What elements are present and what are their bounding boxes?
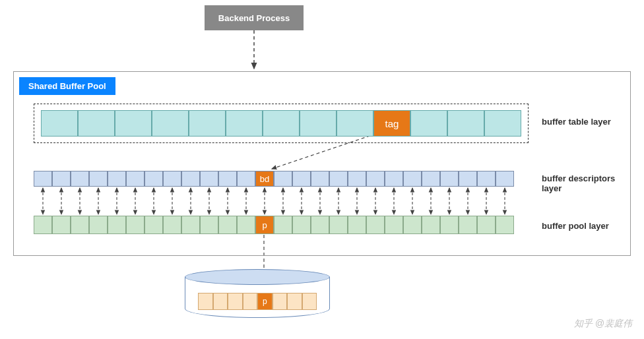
buffer-descriptors-row: bd <box>34 171 514 187</box>
pcell-cell <box>200 216 218 234</box>
dcell-cell <box>385 171 403 187</box>
shared-buffer-pool-container: Shared Buffer Pool tag buffer table laye… <box>13 71 631 256</box>
dcell-cell <box>34 171 52 187</box>
dcell-cell <box>274 171 292 187</box>
dcell-cell <box>200 171 218 187</box>
tcell-cell <box>152 110 189 137</box>
pcell-cell <box>366 216 385 234</box>
buffer-pool-row: p <box>34 216 514 234</box>
pcell-cell <box>440 216 459 234</box>
dcell-cell <box>496 171 514 187</box>
tcell-cell <box>337 110 373 137</box>
tcell-cell <box>189 110 226 137</box>
disk-top <box>185 269 330 285</box>
backend-process-box: Backend Process <box>205 5 304 30</box>
dcell-cell <box>366 171 385 187</box>
p-cell: p <box>257 293 273 310</box>
diskcell-cell <box>198 293 213 310</box>
tcell-cell <box>78 110 115 137</box>
pcell-cell <box>311 216 329 234</box>
dcell-cell <box>52 171 71 187</box>
dcell-cell <box>311 171 329 187</box>
diskcell-cell <box>243 293 258 310</box>
pcell-cell <box>477 216 496 234</box>
pcell-cell <box>108 216 126 234</box>
dcell-cell <box>181 171 200 187</box>
backend-label: Backend Process <box>218 13 290 23</box>
pcell-cell <box>237 216 255 234</box>
pcell-cell <box>181 216 200 234</box>
dcell-cell <box>89 171 108 187</box>
dcell-cell <box>218 171 237 187</box>
dcell-cell <box>459 171 477 187</box>
diskcell-cell <box>213 293 228 310</box>
dcell-cell <box>348 171 366 187</box>
tcell-cell <box>447 110 484 137</box>
dcell-cell <box>477 171 496 187</box>
pcell-cell <box>348 216 366 234</box>
pcell-cell <box>329 216 348 234</box>
pcell-cell <box>126 216 145 234</box>
dcell-cell <box>440 171 459 187</box>
p-cell: p <box>255 216 274 234</box>
pcell-cell <box>163 216 181 234</box>
diskcell-cell <box>302 293 317 310</box>
pcell-cell <box>403 216 422 234</box>
diskcell-cell <box>287 293 302 310</box>
pcell-cell <box>422 216 440 234</box>
tag-cell: tag <box>373 110 410 137</box>
dcell-cell <box>108 171 126 187</box>
buffer-pool-label: buffer pool layer <box>542 221 609 231</box>
pcell-cell <box>52 216 71 234</box>
tcell-cell <box>300 110 337 137</box>
pcell-cell <box>89 216 108 234</box>
tcell-cell <box>484 110 521 137</box>
pcell-cell <box>145 216 163 234</box>
bd-cell: bd <box>255 171 274 187</box>
dcell-cell <box>163 171 181 187</box>
pool-title: Shared Buffer Pool <box>28 81 106 91</box>
pcell-cell <box>71 216 89 234</box>
pcell-cell <box>292 216 311 234</box>
tcell-cell <box>115 110 152 137</box>
bidirectional-arrows <box>32 185 547 218</box>
pcell-cell <box>218 216 237 234</box>
pcell-cell <box>385 216 403 234</box>
tcell-cell <box>410 110 447 137</box>
watermark: 知乎 @裴庭伟 <box>574 318 632 330</box>
pcell-cell <box>496 216 514 234</box>
tcell-cell <box>41 110 78 137</box>
dcell-cell <box>422 171 440 187</box>
diskcell-cell <box>273 293 288 310</box>
tcell-cell <box>226 110 263 137</box>
dcell-cell <box>403 171 422 187</box>
dcell-cell <box>145 171 163 187</box>
tcell-cell <box>263 110 300 137</box>
dcell-cell <box>292 171 311 187</box>
dcell-cell <box>71 171 89 187</box>
dcell-cell <box>126 171 145 187</box>
disk-row: p <box>198 293 317 310</box>
buffer-table-label: buffer table layer <box>542 117 611 127</box>
disk-cylinder: p <box>185 269 330 322</box>
dcell-cell <box>329 171 348 187</box>
buffer-table-row: tag <box>41 110 521 137</box>
buffer-table-dashed-wrap: tag <box>34 104 529 143</box>
pool-title-badge: Shared Buffer Pool <box>19 77 115 95</box>
dcell-cell <box>237 171 255 187</box>
diskcell-cell <box>228 293 243 310</box>
pcell-cell <box>459 216 477 234</box>
pcell-cell <box>274 216 292 234</box>
pcell-cell <box>34 216 52 234</box>
buffer-descriptors-label: buffer descriptors layer <box>542 173 630 193</box>
